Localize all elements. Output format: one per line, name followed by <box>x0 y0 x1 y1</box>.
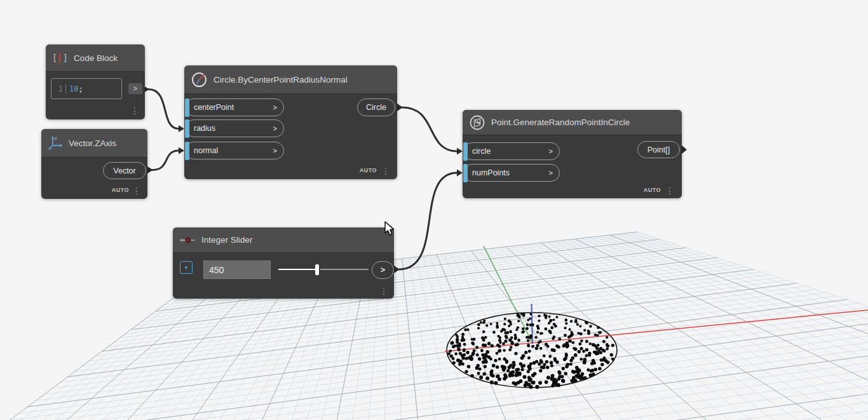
slider-icon <box>179 236 196 245</box>
grid-minor-lines <box>0 232 868 420</box>
node-circle-bycenterpointradiusnormal[interactable]: Circle.ByCenterPointRadiusNormal centerP… <box>184 65 397 179</box>
circle-sketch-icon <box>191 71 208 88</box>
xyz-axes-icon: z <box>48 135 63 151</box>
context-menu-icon[interactable]: ⋮ <box>130 106 139 115</box>
port-label: circle <box>464 147 491 156</box>
chevron-down-icon: ▾ <box>185 264 188 271</box>
lacing-indicator[interactable]: AUTO <box>360 167 377 173</box>
node-code-block[interactable]: [] Code Block 1 10 ; > ⋮ <box>46 44 145 119</box>
slider-type-dropdown[interactable]: ▾ <box>180 261 193 274</box>
node-vector-zaxis[interactable]: z Vector.ZAxis Vector AUTO ⋮ <box>41 129 147 199</box>
context-menu-icon[interactable]: ⋮ <box>132 186 141 195</box>
input-port-centerpoint[interactable]: centerPoint > <box>185 98 284 116</box>
lacing-indicator[interactable]: AUTO <box>112 187 129 193</box>
port-default-marker <box>185 142 189 160</box>
node-header[interactable]: Integer Slider <box>173 227 394 253</box>
node-point-generaterandompointincircle[interactable]: Point.GenerateRandomPointInCircle circle… <box>463 110 682 198</box>
port-default-marker <box>185 119 189 138</box>
node-header[interactable]: z Vector.ZAxis <box>41 129 147 158</box>
port-default-marker <box>463 164 468 182</box>
code-semicolon: ; <box>78 85 83 93</box>
dynamo-workspace-canvas[interactable]: [] Code Block 1 10 ; > ⋮ <box>0 0 868 420</box>
chevron-right-icon: > <box>273 125 277 132</box>
custom-node-package-icon <box>469 114 485 131</box>
chevron-right-icon: > <box>549 169 553 177</box>
chevron-right-icon: > <box>273 104 277 111</box>
output-port-vector[interactable]: Vector <box>103 162 146 179</box>
output-port-slider[interactable]: > <box>372 261 394 279</box>
node-header[interactable]: Point.GenerateRandomPointInCircle <box>463 110 682 135</box>
port-label: normal <box>186 146 218 155</box>
port-label: radius <box>186 124 215 133</box>
code-editor[interactable]: 1 10 ; <box>51 78 122 99</box>
node-integer-slider[interactable]: Integer Slider ▾ > ⋮ <box>173 227 394 299</box>
output-port-circle[interactable]: Circle <box>357 98 395 116</box>
node-title: Point.GenerateRandomPointInCircle <box>491 118 630 127</box>
line-number: 1 <box>51 85 66 93</box>
port-default-marker <box>185 98 189 117</box>
port-label: Vector <box>113 166 135 175</box>
node-title: Code Block <box>74 53 118 63</box>
input-port-numpoints[interactable]: numPoints > <box>463 164 560 182</box>
node-title: Vector.ZAxis <box>69 139 116 148</box>
context-menu-icon[interactable]: ⋮ <box>665 186 674 195</box>
port-label: Circle <box>366 103 386 112</box>
slider-value-input[interactable] <box>203 261 271 279</box>
svg-text:z: z <box>55 136 57 140</box>
node-title: Integer Slider <box>201 235 252 245</box>
context-menu-icon[interactable]: ⋮ <box>379 287 388 295</box>
output-port-codeblock[interactable]: > <box>128 83 142 94</box>
input-port-normal[interactable]: normal > <box>185 142 284 159</box>
port-label: > <box>381 266 385 274</box>
slider-thumb[interactable] <box>315 264 319 275</box>
output-port-pointarray[interactable]: Point[] <box>637 141 680 158</box>
code-text: 10 <box>69 85 78 93</box>
port-label: centerPoint <box>186 103 234 112</box>
node-header[interactable]: [] Code Block <box>46 44 145 72</box>
context-menu-icon[interactable]: ⋮ <box>381 166 390 175</box>
code-block-brackets-icon: [] <box>52 53 68 63</box>
chevron-right-icon: > <box>549 147 553 155</box>
port-default-marker <box>463 142 468 161</box>
node-title: Circle.ByCenterPointRadiusNormal <box>214 75 348 85</box>
slider-track-empty[interactable] <box>320 269 369 270</box>
node-header[interactable]: Circle.ByCenterPointRadiusNormal <box>184 65 397 94</box>
port-label: numPoints <box>464 168 510 177</box>
chevron-right-icon: > <box>273 147 277 154</box>
slider-track-filled[interactable] <box>278 269 316 270</box>
input-port-circle[interactable]: circle > <box>463 142 560 160</box>
lacing-indicator[interactable]: AUTO <box>644 187 661 193</box>
input-port-radius[interactable]: radius > <box>185 119 284 137</box>
port-label: Point[] <box>648 146 670 154</box>
